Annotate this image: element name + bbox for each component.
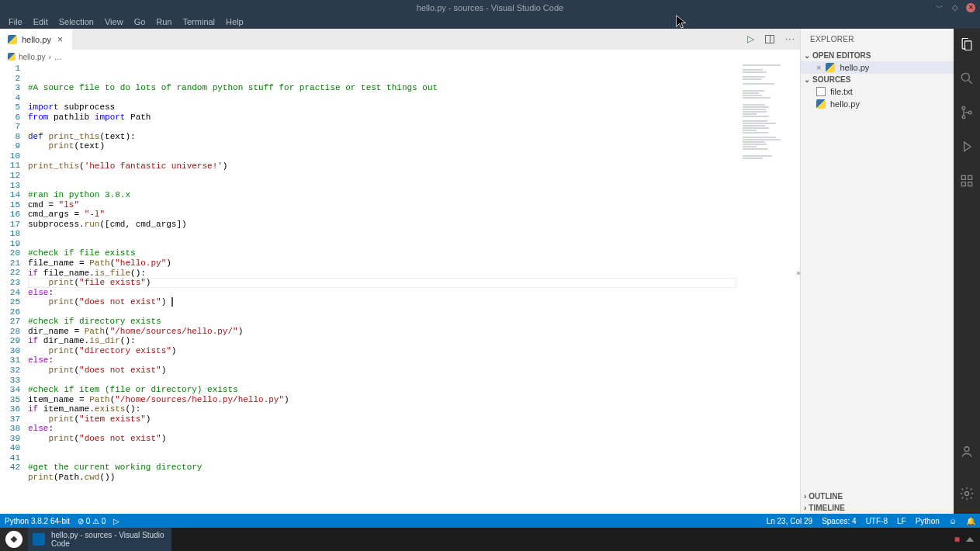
- svg-line-1: [969, 81, 972, 84]
- menu-run[interactable]: Run: [151, 16, 177, 28]
- code-line-29[interactable]: else:: [28, 355, 800, 366]
- run-icon[interactable]: ▷: [747, 33, 754, 44]
- code-line-39[interactable]: [28, 453, 800, 463]
- run-debug-activity-icon[interactable]: [959, 139, 975, 158]
- breadcrumb[interactable]: hello.py › …: [0, 50, 800, 64]
- split-editor-icon[interactable]: [765, 35, 774, 43]
- code-line-28[interactable]: print("directory exists"): [28, 346, 800, 356]
- code-line-31[interactable]: [28, 376, 800, 386]
- file-item-file-txt[interactable]: file.txt: [801, 85, 954, 98]
- settings-activity-icon[interactable]: [959, 486, 975, 504]
- window-title: hello.py - sources - Visual Studio Code: [0, 3, 980, 12]
- accounts-activity-icon[interactable]: [959, 444, 975, 463]
- breadcrumb-more: …: [54, 53, 62, 61]
- code-line-8[interactable]: [28, 151, 800, 161]
- open-editors-label: OPEN EDITORS: [812, 51, 871, 60]
- editor-more-icon[interactable]: ···: [785, 33, 795, 44]
- tray-expand-icon[interactable]: [966, 537, 974, 542]
- code-line-42[interactable]: [28, 483, 800, 493]
- code-line-4[interactable]: from pathlib import Path: [28, 113, 800, 123]
- code-line-2[interactable]: [28, 93, 800, 103]
- outline-section[interactable]: › OUTLINE: [801, 490, 954, 502]
- status-run-icon[interactable]: ▷: [113, 517, 119, 525]
- code-line-35[interactable]: print("item exists"): [28, 414, 800, 425]
- code-line-24[interactable]: [28, 307, 800, 317]
- source-control-activity-icon[interactable]: [959, 105, 975, 123]
- python-file-icon: [816, 99, 826, 109]
- code-line-30[interactable]: print("does not exist"): [28, 366, 800, 376]
- maximize-button[interactable]: ◇: [951, 3, 960, 12]
- menu-go[interactable]: Go: [129, 16, 151, 28]
- menu-file[interactable]: File: [3, 16, 28, 28]
- status-feedback[interactable]: ☺: [949, 517, 957, 525]
- explorer-activity-icon[interactable]: [959, 36, 975, 55]
- line-gutter: 1234567891011121314151617181920212223242…: [0, 64, 28, 514]
- code-line-6[interactable]: def print_this(text):: [28, 132, 800, 142]
- code-line-37[interactable]: print("does not exist"): [28, 434, 800, 444]
- code-line-27[interactable]: if dir_name.is_dir():: [28, 336, 800, 346]
- menu-help[interactable]: Help: [220, 16, 249, 28]
- code-line-18[interactable]: #check if file exists: [28, 248, 800, 258]
- tray-recorder-icon[interactable]: ■: [954, 534, 960, 545]
- code-line-12[interactable]: #ran in python 3.8.x: [28, 190, 800, 200]
- taskbar-vscode[interactable]: hello.py - sources - Visual Studio Code: [28, 528, 171, 551]
- status-notification-icon[interactable]: 🔔: [966, 517, 975, 525]
- timeline-section[interactable]: › TIMELINE: [801, 502, 954, 514]
- status-encoding[interactable]: UTF-8: [866, 517, 888, 525]
- status-problems[interactable]: ⊘ 0 ⚠ 0: [78, 517, 106, 525]
- open-editor-hello-py[interactable]: × hello.py: [801, 61, 954, 74]
- tab-close-button[interactable]: ×: [56, 34, 64, 45]
- code-line-22[interactable]: else:: [28, 288, 800, 298]
- code-line-34[interactable]: if item_name.exists():: [28, 404, 800, 414]
- sources-label: SOURCES: [812, 75, 850, 84]
- code-line-19[interactable]: file_name = Path("hello.py"): [28, 258, 800, 269]
- sources-section[interactable]: ⌄ SOURCES: [801, 74, 954, 85]
- menu-view[interactable]: View: [99, 16, 129, 28]
- code-line-38[interactable]: [28, 443, 800, 453]
- code-line-15[interactable]: subprocess.run([cmd, cmd_args]): [28, 220, 800, 230]
- menu-selection[interactable]: Selection: [54, 16, 99, 28]
- code-line-25[interactable]: #check if directory exists: [28, 317, 800, 327]
- code-line-32[interactable]: #check if item (file or directory) exist…: [28, 385, 800, 395]
- code-line-11[interactable]: [28, 181, 800, 191]
- code-line-40[interactable]: #get the current working directory: [28, 463, 800, 473]
- code-line-9[interactable]: print_this('hello fantastic universe!'): [28, 161, 800, 172]
- start-button[interactable]: ❖: [0, 528, 28, 551]
- editor-body[interactable]: 1234567891011121314151617181920212223242…: [0, 64, 800, 514]
- code-line-41[interactable]: print(Path.cwd()): [28, 473, 800, 483]
- code-line-36[interactable]: else:: [28, 424, 800, 434]
- status-python[interactable]: Python 3.8.2 64-bit: [5, 517, 70, 525]
- svg-rect-8: [968, 182, 972, 186]
- code-line-7[interactable]: print(text): [28, 141, 800, 151]
- code-line-3[interactable]: import subprocess: [28, 102, 800, 113]
- status-position[interactable]: Ln 23, Col 29: [767, 517, 813, 525]
- code-line-26[interactable]: dir_name = Path("/home/sources/hello.py/…: [28, 327, 800, 337]
- code-line-17[interactable]: [28, 239, 800, 249]
- code-line-16[interactable]: [28, 229, 800, 239]
- minimize-button[interactable]: ﹀: [935, 3, 944, 12]
- menu-edit[interactable]: Edit: [28, 16, 54, 28]
- search-activity-icon[interactable]: [959, 71, 975, 89]
- code-line-20[interactable]: if file_name.is_file():: [28, 269, 800, 279]
- tab-hello-py[interactable]: hello.py ×: [0, 29, 72, 50]
- open-editors-section[interactable]: ⌄ OPEN EDITORS: [801, 50, 954, 61]
- menu-terminal[interactable]: Terminal: [178, 16, 221, 28]
- code-line-10[interactable]: [28, 171, 800, 181]
- minimap[interactable]: [741, 64, 795, 514]
- code-line-21[interactable]: print("file exists"): [28, 278, 800, 288]
- code-content[interactable]: #A source file to do lots of random pyth…: [28, 64, 800, 514]
- code-line-1[interactable]: #A source file to do lots of random pyth…: [28, 83, 800, 93]
- status-eol[interactable]: LF: [897, 517, 906, 525]
- code-line-23[interactable]: print("does not exist"): [28, 297, 800, 307]
- extensions-activity-icon[interactable]: [959, 173, 975, 192]
- code-line-13[interactable]: cmd = "ls": [28, 200, 800, 210]
- status-language[interactable]: Python: [916, 517, 940, 525]
- close-button[interactable]: ✕: [966, 3, 975, 12]
- status-spaces[interactable]: Spaces: 4: [822, 517, 856, 525]
- code-line-33[interactable]: item_name = Path("/home/sources/hello.py…: [28, 395, 800, 405]
- code-line-14[interactable]: cmd_args = "-l": [28, 210, 800, 220]
- svg-marker-5: [964, 142, 971, 151]
- close-editor-icon[interactable]: ×: [816, 63, 821, 72]
- file-item-hello-py[interactable]: hello.py: [801, 98, 954, 110]
- code-line-5[interactable]: [28, 122, 800, 132]
